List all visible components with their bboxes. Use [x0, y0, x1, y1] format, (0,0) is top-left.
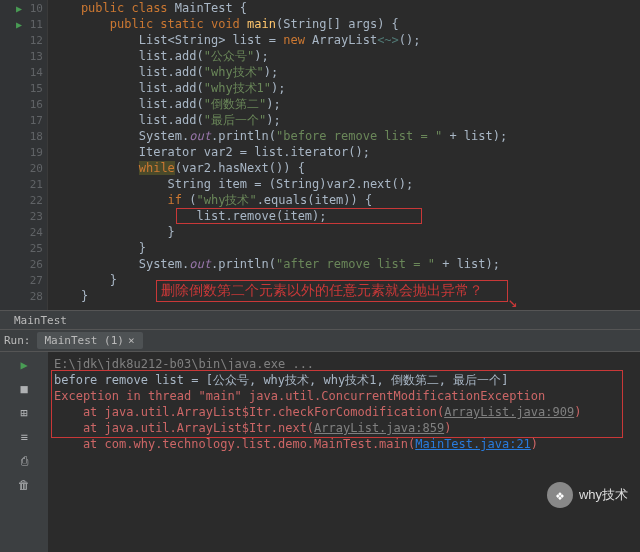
- console-exception: Exception in thread "main" java.util.Con…: [54, 388, 634, 404]
- stop-icon[interactable]: ■: [20, 382, 27, 396]
- console-stack-1: at java.util.ArrayList$Itr.checkForComod…: [54, 404, 634, 420]
- code-line[interactable]: list.add("why技术1");: [52, 80, 640, 96]
- print-icon[interactable]: ⎙: [21, 454, 28, 468]
- line-number: 18: [0, 128, 47, 144]
- code-line[interactable]: }: [52, 240, 640, 256]
- stack-link-2[interactable]: ArrayList.java:859: [314, 421, 444, 435]
- stack-link-3[interactable]: MainTest.java:21: [415, 437, 531, 451]
- annotation-callout: 删除倒数第二个元素以外的任意元素就会抛出异常？: [156, 280, 508, 302]
- line-number: 17: [0, 112, 47, 128]
- console-stdout: before remove list = [公众号, why技术, why技术1…: [54, 372, 634, 388]
- run-toolbar: ▶ ■ ⊞ ≡ ⎙ 🗑: [0, 352, 48, 552]
- close-icon[interactable]: ×: [128, 334, 135, 347]
- code-line[interactable]: public class MainTest {: [52, 0, 640, 16]
- code-line[interactable]: }: [52, 224, 640, 240]
- delete-icon[interactable]: 🗑: [18, 478, 30, 492]
- editor-area: 10▶11▶1213141516171819202122232425262728…: [0, 0, 640, 310]
- line-number: 22: [0, 192, 47, 208]
- run-panel-header: Run: MainTest (1) ×: [0, 330, 640, 352]
- code-line[interactable]: public static void main(String[] args) {: [52, 16, 640, 32]
- line-number: 24: [0, 224, 47, 240]
- line-number: 14: [0, 64, 47, 80]
- line-number: 16: [0, 96, 47, 112]
- line-number: 21: [0, 176, 47, 192]
- run-gutter-icon[interactable]: ▶: [16, 19, 22, 30]
- console-stack-2: at java.util.ArrayList$Itr.next(ArrayLis…: [54, 420, 634, 436]
- line-number: 27: [0, 272, 47, 288]
- line-number: 26: [0, 256, 47, 272]
- code-line[interactable]: list.add("why技术");: [52, 64, 640, 80]
- filter-icon[interactable]: ≡: [20, 430, 27, 444]
- wechat-icon: ❖: [547, 482, 573, 508]
- code-line[interactable]: Iterator var2 = list.iterator();: [52, 144, 640, 160]
- code-line[interactable]: List<String> list = new ArrayList<~>();: [52, 32, 640, 48]
- stack-link-1[interactable]: ArrayList.java:909: [444, 405, 574, 419]
- line-number: 20: [0, 160, 47, 176]
- line-number: 12: [0, 32, 47, 48]
- editor-tab-maintest[interactable]: MainTest: [6, 314, 75, 327]
- code-line[interactable]: while(var2.hasNext()) {: [52, 160, 640, 176]
- run-gutter-icon[interactable]: ▶: [16, 3, 22, 14]
- console-cmd: E:\jdk\jdk8u212-b03\bin\java.exe ...: [54, 356, 634, 372]
- code-line[interactable]: System.out.println("before remove list =…: [52, 128, 640, 144]
- line-number: 28: [0, 288, 47, 304]
- run-label: Run:: [4, 334, 31, 347]
- code-line[interactable]: list.add("倒数第二");: [52, 96, 640, 112]
- run-tab-label: MainTest (1): [45, 334, 124, 347]
- code-line[interactable]: list.add("最后一个");: [52, 112, 640, 128]
- line-number: 13: [0, 48, 47, 64]
- line-number: 23: [0, 208, 47, 224]
- code-line[interactable]: String item = (String)var2.next();: [52, 176, 640, 192]
- run-body: ▶ ■ ⊞ ≡ ⎙ 🗑 E:\jdk\jdk8u212-b03\bin\java…: [0, 352, 640, 552]
- run-tab[interactable]: MainTest (1) ×: [37, 332, 143, 349]
- console-stack-3: at com.why.technology.list.demo.MainTest…: [54, 436, 634, 452]
- console-output[interactable]: E:\jdk\jdk8u212-b03\bin\java.exe ... bef…: [48, 352, 640, 552]
- line-number: 15: [0, 80, 47, 96]
- rerun-icon[interactable]: ▶: [20, 358, 27, 372]
- code-line[interactable]: list.remove(item);: [52, 208, 640, 224]
- line-gutter: 10▶11▶1213141516171819202122232425262728: [0, 0, 48, 310]
- code-line[interactable]: if ("why技术".equals(item)) {: [52, 192, 640, 208]
- line-number: 10▶: [0, 0, 47, 16]
- watermark: ❖ why技术: [547, 482, 628, 508]
- watermark-text: why技术: [579, 486, 628, 504]
- line-number: 19: [0, 144, 47, 160]
- line-number: 25: [0, 240, 47, 256]
- line-number: 11▶: [0, 16, 47, 32]
- layout-icon[interactable]: ⊞: [20, 406, 27, 420]
- editor-tab-bar: MainTest: [0, 310, 640, 329]
- code-line[interactable]: System.out.println("after remove list = …: [52, 256, 640, 272]
- run-panel: Run: MainTest (1) × ▶ ■ ⊞ ≡ ⎙ 🗑 E:\jdk\j…: [0, 329, 640, 552]
- code-line[interactable]: list.add("公众号");: [52, 48, 640, 64]
- code-area[interactable]: public class MainTest { public static vo…: [48, 0, 640, 310]
